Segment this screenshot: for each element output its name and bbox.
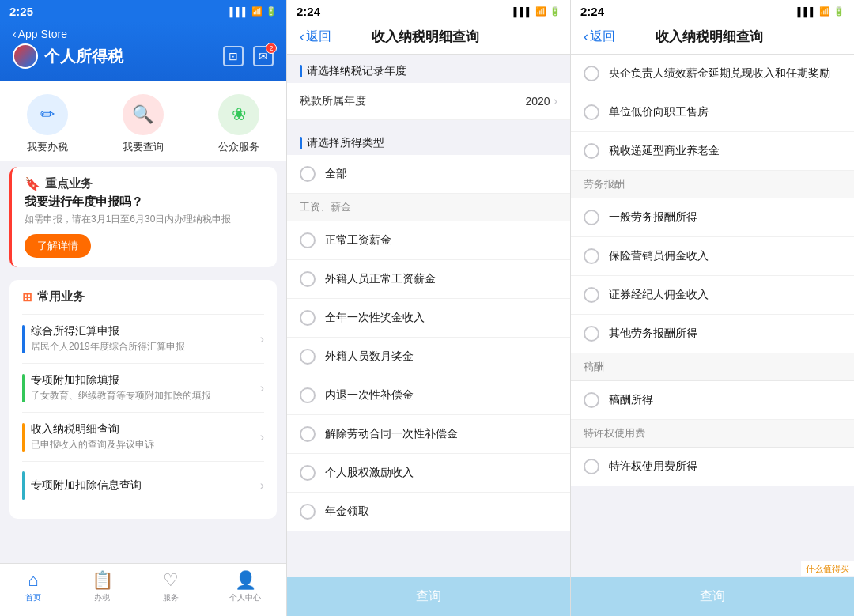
- status-icons-3: ▌▌▌ 📶 🔋: [798, 6, 845, 17]
- radio-label-7: 解除劳动合同一次性补偿金: [325, 427, 458, 441]
- detail-title-3: 收入纳税明细查询: [656, 28, 763, 46]
- radio-circle-4: [300, 310, 316, 326]
- quick-action-tax[interactable]: ✏ 我要办税: [27, 94, 68, 154]
- radio-label-all: 全部: [325, 167, 347, 181]
- scan-button[interactable]: ⊡: [223, 46, 244, 66]
- quick-actions: ✏ 我要办税 🔍 我要查询 ❀ 公众服务: [0, 81, 286, 161]
- tax-nav-icon: 📋: [92, 570, 113, 591]
- radio-item-3-5[interactable]: 保险营销员佣金收入: [571, 237, 854, 276]
- radio-item-3-9[interactable]: 稿酬所得: [571, 381, 854, 420]
- tax-icon-symbol: ✏: [40, 104, 55, 125]
- home-icon: ⌂: [28, 570, 38, 591]
- type-radio-list-3: 央企负责人绩效薪金延期兑现收入和任期奖励 单位低价向职工售房 税收递延型商业养老…: [571, 55, 854, 486]
- radio-circle-3-6: [584, 287, 599, 303]
- year-form-row[interactable]: 税款所属年度 2020 ›: [287, 83, 570, 120]
- radio-retirement[interactable]: 内退一次性补偿金: [287, 376, 570, 415]
- radio-foreign-bonus[interactable]: 外籍人员数月奖金: [287, 338, 570, 376]
- status-icons-2: ▌▌▌ 📶 🔋: [514, 6, 561, 17]
- detail-header-2: ‹ 返回 收入纳税明细查询: [287, 21, 570, 55]
- menu-item-4[interactable]: 专项附加扣除信息查询 ›: [22, 461, 264, 509]
- status-bar-3: 2:24 ▌▌▌ 📶 🔋: [571, 0, 854, 21]
- back-label-3: 返回: [590, 28, 615, 45]
- query-button-2[interactable]: 查询: [287, 577, 570, 616]
- radio-pension[interactable]: 年金领取: [287, 493, 570, 531]
- menu-item-1[interactable]: 综合所得汇算申报 居民个人2019年度综合所得汇算申报 ›: [22, 314, 264, 363]
- radio-all[interactable]: 全部: [287, 155, 570, 194]
- back-label: App Store: [18, 28, 67, 40]
- menu-item-3[interactable]: 收入纳税明细查询 已申报收入的查询及异议申诉 ›: [22, 412, 264, 461]
- nav-service[interactable]: ♡ 服务: [163, 570, 179, 603]
- nav-service-label: 服务: [163, 592, 179, 603]
- announcement-heading: 我要进行年度申报吗？: [25, 195, 264, 210]
- panel-detail: 2:24 ▌▌▌ 📶 🔋 ‹ 返回 收入纳税明细查询 请选择纳税记录年度 税款所…: [286, 0, 570, 616]
- app-title: 个人所得税: [44, 46, 123, 67]
- message-button[interactable]: ✉ 2: [253, 46, 274, 66]
- radio-contract[interactable]: 解除劳动合同一次性补偿金: [287, 415, 570, 454]
- quick-action-query[interactable]: 🔍 我要查询: [123, 94, 164, 154]
- radio-item-3-11[interactable]: 特许权使用费所得: [571, 448, 854, 486]
- radio-item-3-2[interactable]: 税收递延型商业养老金: [571, 132, 854, 171]
- radio-circle-3-0: [584, 66, 599, 81]
- radio-item-3-7[interactable]: 其他劳务报酬所得: [571, 315, 854, 353]
- back-arrow-icon-2: ‹: [300, 28, 304, 45]
- radio-circle-3-5: [584, 248, 599, 264]
- back-button-2[interactable]: ‹ 返回: [300, 28, 331, 45]
- app-header: ‹ App Store 个人所得税 ⊡ ✉ 2: [0, 21, 286, 81]
- radio-item-3-6[interactable]: 证券经纪人佣金收入: [571, 276, 854, 315]
- radio-circle-3-1: [584, 104, 599, 120]
- menu-item-text-3: 收入纳税明细查询 已申报收入的查询及异议申诉: [31, 422, 154, 452]
- radio-label-3-11: 特许权使用费所得: [609, 459, 697, 474]
- radio-item-3-0[interactable]: 央企负责人绩效薪金延期兑现收入和任期奖励: [571, 55, 854, 93]
- common-section: ⊞ 常用业务 综合所得汇算申报 居民个人2019年度综合所得汇算申报 › 专项附…: [9, 280, 277, 519]
- menu-item-2[interactable]: 专项附加扣除填报 子女教育、继续教育等专项附加扣除的填报 ›: [22, 363, 264, 412]
- detail-content-2[interactable]: 请选择纳税记录年度 税款所属年度 2020 › 请选择所得类型 全部 工资、薪金: [287, 55, 570, 577]
- status-bar-2: 2:24 ▌▌▌ 📶 🔋: [287, 0, 570, 21]
- radio-label-3: 外籍人员正常工资薪金: [325, 272, 436, 286]
- radio-circle-7: [300, 426, 316, 442]
- nav-home[interactable]: ⌂ 首页: [25, 570, 41, 603]
- app-store-back[interactable]: ‹ App Store: [13, 28, 274, 40]
- radio-label-8: 个人股权激励收入: [325, 466, 414, 480]
- radio-label-6: 内退一次性补偿金: [325, 388, 414, 402]
- radio-item-3-1[interactable]: 单位低价向职工售房: [571, 93, 854, 132]
- back-button-3[interactable]: ‹ 返回: [584, 28, 615, 45]
- radio-circle-8: [300, 465, 316, 481]
- query-icon-symbol: 🔍: [132, 104, 153, 125]
- radio-equity[interactable]: 个人股权激励收入: [287, 454, 570, 493]
- common-title-text: 常用业务: [37, 289, 85, 304]
- time-1: 2:25: [9, 5, 33, 18]
- status-bar-1: 2:25 ▌▌▌ 📶 🔋: [0, 0, 286, 21]
- radio-label-3-5: 保险营销员佣金收入: [609, 249, 709, 263]
- radio-label-2: 正常工资薪金: [325, 233, 391, 248]
- year-value-row: 2020 ›: [526, 94, 557, 108]
- time-3: 2:24: [580, 5, 604, 18]
- nav-tax-label: 办税: [94, 592, 110, 603]
- bottom-nav: ⌂ 首页 📋 办税 ♡ 服务 👤 个人中心: [0, 563, 286, 616]
- year-section-title: 请选择纳税记录年度: [307, 64, 406, 78]
- quick-action-public[interactable]: ❀ 公众服务: [218, 94, 259, 154]
- menu-item-left-3: 收入纳税明细查询 已申报收入的查询及异议申诉: [22, 422, 154, 452]
- app-logo: [13, 43, 38, 69]
- nav-home-label: 首页: [25, 592, 41, 603]
- menu-title-3: 收入纳税明细查询: [31, 422, 154, 436]
- public-icon-symbol: ❀: [232, 104, 246, 125]
- detail-button[interactable]: 了解详情: [25, 234, 91, 258]
- radio-foreign-salary[interactable]: 外籍人员正常工资薪金: [287, 260, 570, 299]
- profile-icon: 👤: [235, 570, 256, 591]
- detail-content-3[interactable]: 央企负责人绩效薪金延期兑现收入和任期奖励 单位低价向职工售房 税收递延型商业养老…: [571, 55, 854, 577]
- category-salary: 工资、薪金: [287, 194, 570, 221]
- nav-profile-label: 个人中心: [229, 592, 261, 603]
- radio-normal-salary[interactable]: 正常工资薪金: [287, 221, 570, 260]
- header-title-row: 个人所得税: [13, 43, 123, 69]
- back-arrow-icon: ‹: [13, 28, 17, 40]
- radio-label-3-4: 一般劳务报酬所得: [609, 210, 697, 225]
- signal-icon: ▌▌▌: [230, 7, 248, 17]
- nav-tax[interactable]: 📋 办税: [92, 570, 113, 603]
- nav-profile[interactable]: 👤 个人中心: [229, 570, 261, 603]
- public-label: 公众服务: [218, 140, 259, 154]
- radio-item-3-4[interactable]: 一般劳务报酬所得: [571, 198, 854, 237]
- query-button-3[interactable]: 查询: [571, 577, 854, 616]
- radio-annual-bonus[interactable]: 全年一次性奖金收入: [287, 299, 570, 338]
- bar-icon-2: [22, 374, 25, 402]
- category-labor-label: 劳务报酬: [584, 178, 625, 190]
